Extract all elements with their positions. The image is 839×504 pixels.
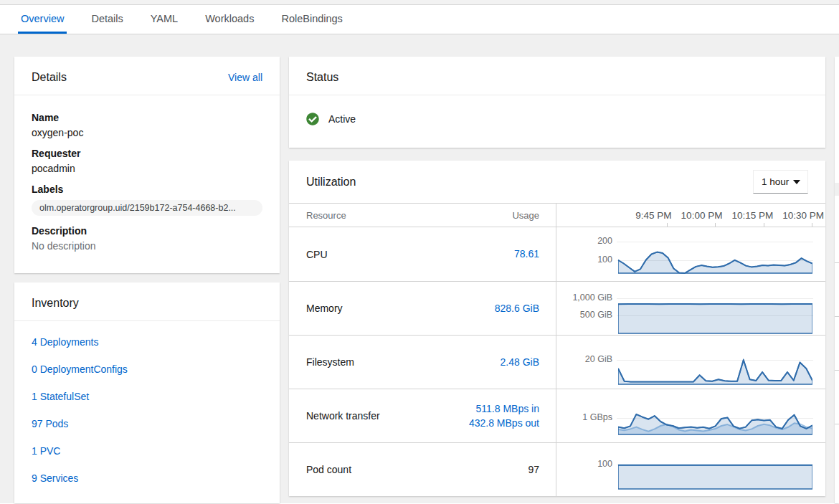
- chart-axis-label: 200: [556, 236, 612, 246]
- inventory-item: 0 DeploymentConfigs: [14, 363, 280, 375]
- details-field-list: Nameoxygen-pocRequesterpocadminLabelsolm…: [14, 95, 280, 252]
- utilization-card-header: Utilization 1 hour: [289, 161, 825, 204]
- sparkline-chart: [618, 443, 812, 497]
- inventory-item: 9 Services: [14, 472, 280, 484]
- time-axis-label: 10:15 PM: [731, 210, 773, 221]
- inventory-item: 1 PVC: [14, 445, 280, 457]
- detail-value-labels: olm.operatorgroup.uid/2159b172-a754-4668…: [32, 200, 262, 216]
- utilization-header-left: Resource Usage: [289, 204, 556, 227]
- usage-value[interactable]: 511.8 MBps in432.8 MBps out: [469, 401, 539, 431]
- status-card-title: Status: [306, 71, 338, 84]
- view-all-link[interactable]: View all: [228, 72, 262, 83]
- inventory-item: 97 Pods: [14, 418, 280, 429]
- inventory-card-title: Inventory: [32, 297, 79, 310]
- chart-axis-label: 1,000 GiB: [556, 293, 612, 303]
- status-card-header: Status: [289, 57, 825, 95]
- top-strip: [0, 0, 839, 5]
- utilization-row-left: Filesystem2.48 GiB: [289, 336, 556, 389]
- sparkline-chart-cell: 200100: [556, 227, 825, 281]
- inventory-link-pods[interactable]: 97 Pods: [32, 418, 68, 429]
- inventory-link-services[interactable]: 9 Services: [32, 472, 78, 484]
- usage-value[interactable]: 2.48 GiB: [501, 355, 539, 369]
- detail-value-description: No description: [32, 240, 262, 252]
- inventory-card: Inventory 4 Deployments0 DeploymentConfi…: [14, 282, 280, 503]
- status-card: Status Active: [289, 57, 825, 148]
- sparkline-chart: [618, 282, 812, 336]
- time-axis-tick: [715, 223, 716, 227]
- sparkline-chart-cell: 1 GBps: [556, 389, 825, 442]
- utilization-card-title: Utilization: [306, 176, 356, 189]
- inventory-item: 1 StatefulSet: [14, 391, 280, 402]
- utilization-row-left: Memory828.6 GiB: [289, 282, 556, 335]
- details-card: Details View all Nameoxygen-pocRequester…: [14, 57, 280, 273]
- detail-label-name: Name: [32, 112, 262, 123]
- sparkline-chart-cell: 1,000 GiB500 GiB: [556, 282, 825, 335]
- check-circle-icon: [306, 113, 319, 125]
- utilization-row: Pod count97100: [289, 442, 825, 496]
- detail-label-requester: Requester: [32, 148, 262, 159]
- chart-axis-label: 100: [556, 459, 612, 469]
- right-edge-card-sliver: [835, 57, 839, 503]
- tab-bar: OverviewDetailsYAMLWorkloadsRoleBindings: [0, 5, 839, 34]
- content-area: Details View all Nameoxygen-pocRequester…: [0, 34, 839, 503]
- chart-axis-label: 1 GBps: [556, 412, 612, 422]
- utilization-rows: CPU78.61200100Memory828.6 GiB1,000 GiB50…: [289, 227, 825, 496]
- inventory-link-pvc[interactable]: 1 PVC: [32, 445, 60, 457]
- time-axis-label: 9:45 PM: [635, 210, 671, 221]
- usage-link[interactable]: 432.8 MBps out: [469, 416, 539, 430]
- time-axis-tick: [812, 223, 812, 227]
- usage-value[interactable]: 78.61: [514, 247, 539, 261]
- inventory-list: 4 Deployments0 DeploymentConfigs1 Statef…: [14, 321, 280, 484]
- duration-select[interactable]: 1 hour: [753, 170, 808, 194]
- usage-text: 97: [528, 462, 539, 477]
- label-pill: olm.operatorgroup.uid/2159b172-a754-4668…: [32, 200, 262, 216]
- status-body: Active: [289, 95, 825, 143]
- sparkline-chart: [618, 336, 812, 389]
- utilization-row: Memory828.6 GiB1,000 GiB500 GiB: [289, 281, 825, 335]
- sparkline-chart-cell: 20 GiB: [556, 336, 825, 389]
- time-axis-tick: [764, 223, 764, 227]
- time-axis-label: 10:00 PM: [681, 210, 723, 221]
- chevron-down-icon: [793, 180, 800, 184]
- utilization-card: Utilization 1 hour Resource Usage 9:45 P…: [289, 161, 825, 496]
- resource-name: Network transfer: [306, 410, 380, 422]
- usage-value[interactable]: 828.6 GiB: [495, 301, 539, 315]
- resource-name: Pod count: [306, 464, 351, 475]
- project-overview-page: OverviewDetailsYAMLWorkloadsRoleBindings…: [0, 0, 839, 504]
- tab-workloads[interactable]: Workloads: [202, 5, 257, 34]
- time-axis-tick: [667, 223, 668, 227]
- inventory-link-statefulset[interactable]: 1 StatefulSet: [32, 391, 89, 402]
- tab-overview[interactable]: Overview: [18, 5, 67, 34]
- usage-link[interactable]: 2.48 GiB: [501, 355, 539, 369]
- detail-label-labels: Labels: [32, 184, 262, 195]
- utilization-row: Filesystem2.48 GiB20 GiB: [289, 335, 825, 389]
- details-card-header: Details View all: [14, 57, 280, 95]
- usage-link[interactable]: 828.6 GiB: [495, 301, 539, 315]
- utilization-row-left: Network transfer511.8 MBps in432.8 MBps …: [289, 389, 556, 442]
- chart-axis-label: 500 GiB: [556, 310, 612, 320]
- duration-select-value: 1 hour: [762, 176, 789, 187]
- sparkline-chart: [618, 227, 812, 281]
- chart-axis-label: 20 GiB: [556, 354, 612, 364]
- utilization-table-header: Resource Usage 9:45 PM10:00 PM10:15 PM10…: [289, 204, 825, 227]
- time-axis-label: 10:30 PM: [782, 210, 824, 221]
- column-header-resource: Resource: [306, 210, 346, 221]
- tab-rolebindings[interactable]: RoleBindings: [278, 5, 345, 34]
- utilization-row-left: CPU78.61: [289, 227, 556, 281]
- detail-label-description: Description: [32, 225, 262, 237]
- resource-name: CPU: [306, 249, 328, 260]
- resource-name: Filesystem: [306, 356, 354, 368]
- details-card-title: Details: [32, 71, 67, 84]
- chart-axis-label: 100: [556, 255, 612, 265]
- time-axis: 9:45 PM10:00 PM10:15 PM10:30 PM: [556, 204, 825, 227]
- usage-link[interactable]: 511.8 MBps in: [469, 401, 539, 416]
- inventory-link-deploymentconfigs[interactable]: 0 DeploymentConfigs: [32, 363, 128, 375]
- sparkline-chart-cell: 100: [556, 443, 825, 496]
- utilization-row: CPU78.61200100: [289, 227, 825, 281]
- inventory-link-deployments[interactable]: 4 Deployments: [32, 336, 98, 348]
- tab-details[interactable]: Details: [88, 5, 125, 34]
- tab-yaml[interactable]: YAML: [148, 5, 181, 34]
- resource-name: Memory: [306, 303, 343, 314]
- status-badge: Active: [328, 113, 356, 125]
- usage-link[interactable]: 78.61: [514, 247, 539, 261]
